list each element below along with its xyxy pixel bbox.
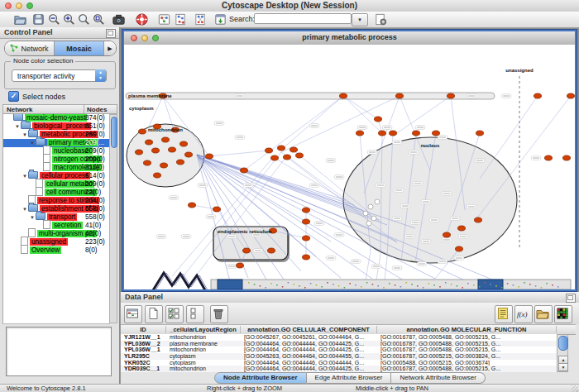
small-node[interactable] [375, 199, 380, 204]
gene-node[interactable] [303, 208, 310, 213]
gene-node[interactable] [237, 263, 244, 268]
tab-overflow-arrow[interactable]: ▶ [104, 41, 116, 55]
attribute-table-icon[interactable] [124, 305, 142, 323]
small-node[interactable] [366, 221, 371, 226]
tree-column-network[interactable]: Network [7, 106, 33, 113]
gene-node[interactable] [189, 203, 196, 208]
gene-node[interactable] [356, 131, 364, 136]
tree-expand-icon[interactable]: ▼ [22, 172, 28, 180]
matrix-icon[interactable] [554, 305, 572, 323]
table-scrollbar[interactable]: ▲ ▼ [557, 334, 568, 372]
save-icon[interactable] [31, 12, 45, 26]
table-row[interactable]: YJR121W__1mitochondrion[GO:0045267, GO:0… [121, 334, 557, 341]
zoom-out-icon[interactable] [47, 12, 61, 26]
tree-row[interactable]: unassigned223(0) [3, 238, 110, 246]
tree-expand-icon[interactable]: ▼ [14, 122, 21, 131]
tree-row[interactable]: ▼transport558(0) [3, 213, 110, 222]
gene-node[interactable] [152, 148, 160, 153]
tree-scrollbar[interactable] [109, 114, 117, 323]
gene-node[interactable] [375, 117, 382, 122]
gene-node[interactable] [206, 154, 213, 159]
network-canvas[interactable]: plasma membranecytoplasmmitochondrionnuc… [124, 45, 575, 289]
table-row[interactable]: YLR295Ccytoplasm[GO:0045263, GO:0044464,… [121, 353, 557, 360]
resize-grip[interactable] [572, 385, 578, 392]
tree-scrollbar-thumb[interactable] [111, 117, 117, 148]
gene-node[interactable] [458, 226, 466, 231]
gene-node[interactable] [243, 248, 251, 253]
tree-column-divider[interactable] [84, 105, 84, 113]
table-row[interactable]: YPL036W__2plasma membrane[GO:0044464, GO… [121, 341, 557, 347]
tree-column-nodes[interactable]: Nodes [87, 106, 107, 113]
float-data-panel-icon[interactable] [566, 294, 576, 303]
tab-edge-attribute-browser[interactable]: Edge Attribute Browser [307, 372, 392, 384]
network-overlay-1-icon[interactable] [174, 12, 188, 26]
gene-node[interactable] [268, 248, 275, 253]
gene-node[interactable] [139, 129, 146, 134]
gene-node[interactable] [278, 146, 285, 151]
column-header[interactable]: annotation.GO MOLECULAR_FUNCTION [377, 326, 557, 333]
tree-row[interactable]: ▼cellular process614(0) [3, 172, 110, 180]
network-overlay-2-icon[interactable] [194, 12, 208, 26]
gene-node[interactable] [213, 207, 221, 212]
open-icon[interactable] [13, 12, 27, 26]
gene-node[interactable] [296, 153, 304, 158]
column-header[interactable]: _cellularLayoutRegion [166, 326, 241, 333]
tree-expand-icon[interactable]: ▼ [22, 205, 28, 213]
select-attributes-icon[interactable] [165, 305, 184, 323]
gene-node[interactable] [433, 131, 440, 136]
zoom-selected-icon[interactable] [92, 12, 106, 26]
tree-row[interactable]: cell communicat22(0) [3, 189, 110, 197]
tree-row[interactable]: macromolecule311(0) [3, 164, 110, 172]
tree-row[interactable]: secretion41(0) [3, 222, 110, 230]
tree-row[interactable]: nitrogen compo209(0) [3, 155, 110, 164]
delete-attribute-icon[interactable] [210, 305, 228, 323]
gene-node[interactable] [303, 219, 310, 224]
gene-node[interactable] [340, 93, 347, 98]
table-scrollbar-thumb[interactable] [558, 336, 568, 351]
gene-node[interactable] [563, 155, 571, 160]
tree-row[interactable]: cellular metabo209(0) [3, 180, 110, 189]
gene-node[interactable] [160, 163, 168, 168]
select-nodes-checkbox[interactable]: ✓ [8, 91, 19, 102]
new-attribute-icon[interactable] [145, 305, 163, 323]
tree-row[interactable]: ▼establishment of lo558(0) [3, 205, 110, 213]
gene-node[interactable] [290, 147, 298, 152]
gene-node[interactable] [475, 218, 482, 222]
tab-network[interactable]: Network [5, 41, 55, 55]
tree-row[interactable]: ▼metabolic process280(0) [3, 131, 110, 139]
gene-node[interactable] [136, 150, 143, 155]
gene-node[interactable] [443, 232, 451, 237]
tree-row[interactable]: nucleobase-209(0) [3, 147, 110, 155]
vizmapper-icon[interactable] [157, 12, 171, 26]
node-color-dropdown[interactable]: transporter activity ▲▼ [12, 69, 107, 82]
gene-node[interactable] [144, 160, 151, 165]
gene-node[interactable] [413, 131, 420, 136]
gene-node[interactable] [534, 93, 542, 98]
unselect-attributes-icon[interactable] [186, 305, 204, 323]
gene-node[interactable] [154, 173, 161, 178]
gene-node[interactable] [241, 168, 248, 173]
plugin-manager-icon[interactable] [213, 12, 227, 26]
gene-node[interactable] [303, 255, 310, 260]
birdseye-view[interactable] [6, 327, 112, 376]
tree-row[interactable]: mosaic-demo-yeast874(0) [3, 114, 110, 122]
scroll-down-icon[interactable]: ▼ [558, 363, 568, 371]
gene-node[interactable] [284, 155, 291, 160]
gene-node[interactable] [456, 246, 463, 251]
gene-node[interactable] [180, 141, 188, 146]
search-dropdown-button[interactable]: ▼ [352, 13, 368, 26]
tree-expand-icon[interactable]: ▼ [29, 139, 36, 147]
selected-node-square[interactable] [218, 280, 242, 289]
search-input[interactable] [254, 13, 352, 24]
float-panel-icon[interactable] [106, 29, 116, 38]
column-header[interactable]: annotation.GO CELLULAR_COMPONENT [241, 326, 377, 333]
snapshot-icon[interactable] [112, 12, 126, 26]
zoom-in-icon[interactable] [62, 12, 76, 26]
table-row[interactable]: YKR052Ccytoplasm[GO:0044464, GO:0044446,… [121, 360, 557, 366]
gene-node[interactable] [185, 152, 193, 157]
tree-row[interactable]: ▼primary metabo209(... [3, 139, 110, 147]
tab-node-attribute-browser[interactable]: Node Attribute Browser [214, 372, 307, 384]
zoom-fit-icon[interactable] [77, 12, 91, 26]
gene-node[interactable] [379, 131, 386, 136]
tree-row[interactable]: multi-organism pro42(0) [3, 230, 110, 238]
